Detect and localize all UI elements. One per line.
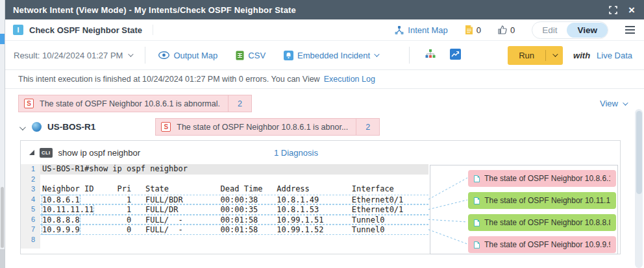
chevron-down-icon — [129, 51, 134, 56]
severity-icon: S — [24, 99, 34, 108]
note-icon — [474, 219, 480, 227]
line-number: 5 — [21, 204, 40, 215]
chevron-down-icon — [623, 100, 628, 105]
code-line[interactable]: 10.9.9.9 0 FULL/ - 00:01:58 10.99.1.52 T… — [40, 225, 428, 235]
neighbor-id-highlight[interactable]: 10.8.6.1 — [42, 195, 80, 204]
neighbor-id-highlight[interactable]: 10.8.8.8 — [42, 215, 80, 225]
chevron-down-icon — [374, 51, 379, 56]
like-count-value: 0 — [510, 25, 515, 35]
embedded-incident-label: Embedded Incident — [297, 51, 370, 60]
cli-badge-icon: CLI — [40, 148, 53, 158]
line-number: 1 — [21, 164, 40, 175]
embedded-incident-icon — [284, 51, 293, 60]
code-line — [40, 235, 428, 245]
like-count[interactable]: 0 — [498, 25, 515, 35]
expander-triangle-icon[interactable] — [29, 150, 34, 155]
maximize-icon[interactable] — [609, 6, 617, 14]
line-number: 7 — [21, 225, 40, 235]
dialog-titlebar: Network Intent (View Mode) - My Intents/… — [5, 0, 644, 19]
intent-map-link[interactable]: Intent Map — [395, 25, 447, 35]
device-tree-icon[interactable] — [425, 49, 436, 62]
line-number: 3 — [21, 184, 40, 195]
summary-alert[interactable]: S The state of OSPF Neighbor 10.8.6.1 is… — [18, 95, 252, 112]
diagnosis-note[interactable]: The state of OSPF Neighbor 10.8.8.8 is n… — [468, 214, 616, 231]
diagnosis-note[interactable]: The state of OSPF Neighbor 10.8.6.1 is a… — [468, 170, 616, 187]
diagnosis-link[interactable]: 1 Diagnosis — [274, 141, 318, 164]
alert-view-label: View — [600, 99, 618, 108]
background-page-sliver — [0, 0, 5, 268]
note-count-value: 0 — [477, 25, 481, 35]
intent-map-label: Intent Map — [408, 25, 447, 35]
alert-view-selector[interactable]: View — [600, 99, 626, 108]
divider — [153, 25, 153, 35]
neighbor-id-highlight[interactable]: 10.9.9.9 — [42, 225, 80, 234]
csv-icon — [236, 51, 244, 60]
note-icon — [474, 175, 480, 183]
code-lines: US-BOS-R1#show ip ospf neighbor Neighbor… — [40, 164, 428, 245]
cli-output-code: 12345678 US-BOS-R1#show ip ospf neighbor… — [21, 164, 428, 254]
view-tab[interactable]: View — [567, 23, 608, 38]
result-selector[interactable]: Result: 10/24/2024 01:27 PM — [14, 51, 132, 60]
dialog-title: Network Intent (View Mode) - My Intents/… — [13, 5, 296, 15]
device-name[interactable]: US-BOS-R1 — [47, 122, 95, 132]
code-line[interactable]: 10.11.11.11 1 FULL/DR 00:00:35 10.8.1.53… — [40, 204, 428, 215]
note-icon — [474, 197, 480, 205]
code-line — [40, 175, 428, 185]
device-row: US-BOS-R1 S The state of OSPF Neighbor 1… — [19, 118, 626, 136]
code-line[interactable]: 10.8.8.8 0 FULL/ - 00:01:58 10.99.1.51 T… — [40, 215, 428, 225]
summary-alert-count[interactable]: 2 — [229, 99, 251, 108]
result-label: Result: 10/24/2024 01:27 PM — [14, 51, 123, 60]
with-label: with — [573, 51, 590, 60]
csv-button[interactable]: CSV — [236, 51, 266, 60]
line-number: 4 — [21, 195, 40, 205]
diagnosis-note-text: The state of OSPF Neighbor 10.9.9.9 is a… — [484, 240, 610, 249]
execution-status-text: This intent execution is finished at 10/… — [18, 75, 320, 84]
neighbor-id-highlight[interactable]: 10.11.11.11 — [42, 205, 93, 214]
cli-command: show ip ospf neighbor — [58, 148, 140, 158]
line-number: 6 — [21, 215, 40, 225]
vertical-scrollbar[interactable] — [635, 109, 643, 268]
diagnosis-note[interactable]: The state of OSPF Neighbor 10.11.11.11 i… — [468, 192, 616, 209]
command-output-panel: CLI show ip ospf neighbor 1 Diagnosis 12… — [20, 140, 621, 254]
device-alert[interactable]: S The state of OSPF Neighbor 10.8.6.1 is… — [155, 118, 380, 136]
close-icon[interactable]: × — [628, 5, 635, 16]
diagnosis-note[interactable]: The state of OSPF Neighbor 10.9.9.9 is a… — [468, 236, 616, 253]
collapse-chevron-icon[interactable] — [19, 121, 24, 133]
edit-view-toggle: Edit View — [532, 21, 608, 39]
background-scrollbar-fragment — [1, 187, 4, 248]
diagnosis-panel: The state of OSPF Neighbor 10.8.6.1 is a… — [430, 165, 618, 254]
line-number: 8 — [21, 235, 40, 245]
device-alert-count[interactable]: 2 — [356, 123, 379, 132]
network-intent-dialog: Network Intent (View Mode) - My Intents/… — [5, 0, 644, 268]
summary-alert-text: The state of OSPF Neighbor 10.8.6.1 is a… — [34, 99, 228, 108]
output-map-label: Output Map — [173, 51, 217, 60]
router-icon — [32, 122, 42, 132]
chart-view-icon[interactable] — [450, 49, 461, 62]
screen: Network Intent (View Mode) - My Intents/… — [0, 0, 644, 268]
intent-map-icon — [395, 26, 404, 34]
line-number: 2 — [21, 175, 40, 185]
output-map-button[interactable]: Output Map — [158, 51, 217, 60]
eye-icon — [158, 51, 169, 59]
background-fragment — [0, 34, 5, 44]
run-options-caret[interactable] — [546, 53, 563, 57]
run-label: Run — [508, 51, 545, 60]
live-data-link[interactable]: Live Data — [597, 51, 632, 60]
diagnosis-chips: The state of OSPF Neighbor 10.8.6.1 is a… — [468, 170, 616, 253]
edit-tab[interactable]: Edit — [532, 25, 567, 35]
execution-log-link[interactable]: Execution Log — [324, 75, 375, 84]
scrollbar-thumb[interactable] — [636, 111, 642, 194]
thumbs-up-icon — [498, 25, 507, 34]
document-icon — [465, 25, 473, 35]
code-line: US-BOS-R1#show ip ospf neighbor — [40, 164, 428, 175]
intent-type-icon: I — [13, 25, 23, 35]
note-count[interactable]: 0 — [465, 25, 481, 35]
intent-title: Check OSPF Neighbor State — [29, 25, 142, 35]
intent-header: I Check OSPF Neighbor State Intent Map 0… — [5, 19, 644, 41]
menu-icon[interactable] — [625, 26, 635, 34]
code-line[interactable]: 10.8.6.1 1 FULL/BDR 00:00:38 10.8.1.49 E… — [40, 195, 428, 205]
embedded-incident-button[interactable]: Embedded Incident — [284, 51, 378, 60]
run-button[interactable]: Run — [508, 46, 563, 65]
severity-icon: S — [161, 122, 171, 132]
alert-summary-row: S The state of OSPF Neighbor 10.8.6.1 is… — [18, 95, 626, 112]
